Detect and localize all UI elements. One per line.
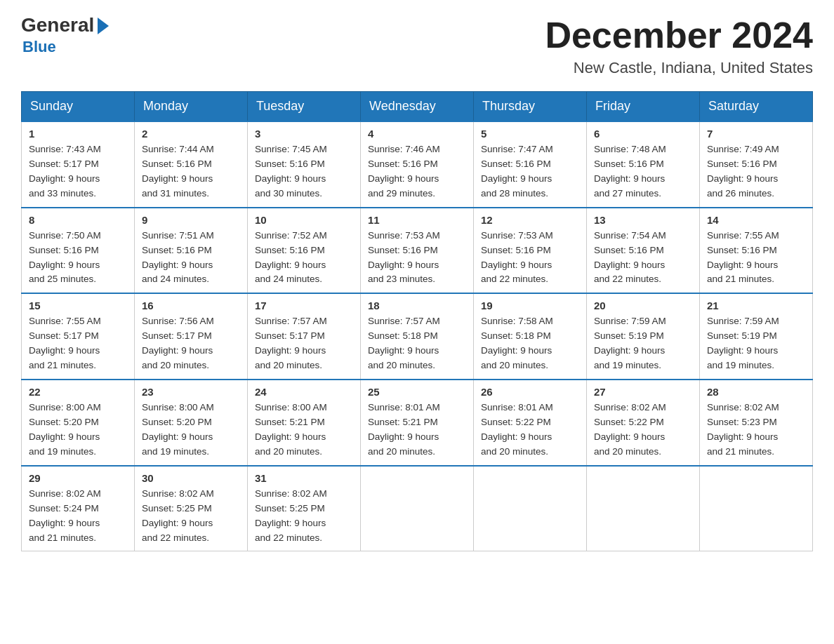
day-info: Sunrise: 7:49 AMSunset: 5:16 PMDaylight:… [707,144,779,199]
logo: General Blue [21,14,109,56]
weekday-header-wednesday: Wednesday [361,92,474,122]
day-info: Sunrise: 8:00 AMSunset: 5:20 PMDaylight:… [29,402,101,457]
day-number: 17 [255,300,353,311]
calendar-cell: 8 Sunrise: 7:50 AMSunset: 5:16 PMDayligh… [22,208,135,294]
calendar-cell: 30 Sunrise: 8:02 AMSunset: 5:25 PMDaylig… [135,466,248,551]
day-number: 6 [594,128,692,140]
weekday-header-friday: Friday [587,92,700,122]
day-number: 18 [368,300,466,311]
page-header: General Blue December 2024 New Castle, I… [21,14,813,77]
day-number: 15 [29,300,127,311]
day-info: Sunrise: 7:47 AMSunset: 5:16 PMDaylight:… [481,144,553,199]
calendar-cell: 7 Sunrise: 7:49 AMSunset: 5:16 PMDayligh… [700,121,813,208]
week-row-5: 29 Sunrise: 8:02 AMSunset: 5:24 PMDaylig… [22,466,813,551]
day-number: 10 [255,214,353,226]
day-number: 4 [368,128,466,140]
day-info: Sunrise: 7:57 AMSunset: 5:17 PMDaylight:… [255,316,327,370]
calendar-cell [700,466,813,551]
calendar-cell: 13 Sunrise: 7:54 AMSunset: 5:16 PMDaylig… [587,208,700,294]
day-number: 29 [29,472,127,484]
day-number: 27 [594,386,692,398]
day-number: 28 [707,386,805,398]
calendar-cell: 21 Sunrise: 7:59 AMSunset: 5:19 PMDaylig… [700,293,813,380]
day-info: Sunrise: 7:53 AMSunset: 5:16 PMDaylight:… [368,230,440,285]
day-info: Sunrise: 8:02 AMSunset: 5:25 PMDaylight:… [255,488,327,543]
calendar-cell: 23 Sunrise: 8:00 AMSunset: 5:20 PMDaylig… [135,380,248,466]
day-number: 1 [29,128,127,140]
calendar-cell: 27 Sunrise: 8:02 AMSunset: 5:22 PMDaylig… [587,380,700,466]
day-number: 23 [142,386,240,398]
day-info: Sunrise: 7:51 AMSunset: 5:16 PMDaylight:… [142,230,214,285]
day-number: 24 [255,386,353,398]
day-number: 22 [29,386,127,398]
calendar-cell [587,466,700,551]
day-number: 12 [481,214,579,226]
calendar-cell: 10 Sunrise: 7:52 AMSunset: 5:16 PMDaylig… [248,208,361,294]
day-number: 7 [707,128,805,140]
calendar-cell [361,466,474,551]
calendar-cell: 2 Sunrise: 7:44 AMSunset: 5:16 PMDayligh… [135,121,248,208]
calendar-cell: 1 Sunrise: 7:43 AMSunset: 5:17 PMDayligh… [22,121,135,208]
calendar-cell: 5 Sunrise: 7:47 AMSunset: 5:16 PMDayligh… [474,121,587,208]
day-number: 30 [142,472,240,484]
calendar-cell: 28 Sunrise: 8:02 AMSunset: 5:23 PMDaylig… [700,380,813,466]
calendar-cell: 17 Sunrise: 7:57 AMSunset: 5:17 PMDaylig… [248,293,361,380]
day-info: Sunrise: 7:55 AMSunset: 5:17 PMDaylight:… [29,316,101,370]
weekday-header-sunday: Sunday [22,92,135,122]
day-info: Sunrise: 7:59 AMSunset: 5:19 PMDaylight:… [707,316,779,370]
calendar-cell: 14 Sunrise: 7:55 AMSunset: 5:16 PMDaylig… [700,208,813,294]
calendar-cell: 16 Sunrise: 7:56 AMSunset: 5:17 PMDaylig… [135,293,248,380]
day-info: Sunrise: 7:54 AMSunset: 5:16 PMDaylight:… [594,230,666,285]
calendar-cell: 26 Sunrise: 8:01 AMSunset: 5:22 PMDaylig… [474,380,587,466]
calendar-cell: 6 Sunrise: 7:48 AMSunset: 5:16 PMDayligh… [587,121,700,208]
day-info: Sunrise: 7:57 AMSunset: 5:18 PMDaylight:… [368,316,440,370]
day-info: Sunrise: 8:01 AMSunset: 5:22 PMDaylight:… [481,402,553,457]
calendar-cell: 11 Sunrise: 7:53 AMSunset: 5:16 PMDaylig… [361,208,474,294]
calendar-cell: 12 Sunrise: 7:53 AMSunset: 5:16 PMDaylig… [474,208,587,294]
weekday-header-saturday: Saturday [700,92,813,122]
day-number: 8 [29,214,127,226]
day-number: 13 [594,214,692,226]
week-row-4: 22 Sunrise: 8:00 AMSunset: 5:20 PMDaylig… [22,380,813,466]
calendar-cell: 24 Sunrise: 8:00 AMSunset: 5:21 PMDaylig… [248,380,361,466]
calendar-cell: 3 Sunrise: 7:45 AMSunset: 5:16 PMDayligh… [248,121,361,208]
calendar-cell: 18 Sunrise: 7:57 AMSunset: 5:18 PMDaylig… [361,293,474,380]
logo-blue-text: Blue [22,38,56,56]
calendar-cell [474,466,587,551]
day-number: 31 [255,472,353,484]
day-number: 2 [142,128,240,140]
day-info: Sunrise: 7:55 AMSunset: 5:16 PMDaylight:… [707,230,779,285]
weekday-header-thursday: Thursday [474,92,587,122]
calendar-cell: 22 Sunrise: 8:00 AMSunset: 5:20 PMDaylig… [22,380,135,466]
day-info: Sunrise: 7:44 AMSunset: 5:16 PMDaylight:… [142,144,214,199]
calendar-cell: 4 Sunrise: 7:46 AMSunset: 5:16 PMDayligh… [361,121,474,208]
weekday-header-monday: Monday [135,92,248,122]
day-info: Sunrise: 7:59 AMSunset: 5:19 PMDaylight:… [594,316,666,370]
calendar-cell: 15 Sunrise: 7:55 AMSunset: 5:17 PMDaylig… [22,293,135,380]
day-number: 21 [707,300,805,311]
day-info: Sunrise: 7:46 AMSunset: 5:16 PMDaylight:… [368,144,440,199]
month-title: December 2024 [545,14,813,56]
week-row-3: 15 Sunrise: 7:55 AMSunset: 5:17 PMDaylig… [22,293,813,380]
calendar-cell: 20 Sunrise: 7:59 AMSunset: 5:19 PMDaylig… [587,293,700,380]
day-info: Sunrise: 8:02 AMSunset: 5:22 PMDaylight:… [594,402,666,457]
day-info: Sunrise: 8:01 AMSunset: 5:21 PMDaylight:… [368,402,440,457]
day-info: Sunrise: 7:53 AMSunset: 5:16 PMDaylight:… [481,230,553,285]
calendar-cell: 31 Sunrise: 8:02 AMSunset: 5:25 PMDaylig… [248,466,361,551]
day-info: Sunrise: 7:52 AMSunset: 5:16 PMDaylight:… [255,230,327,285]
calendar-cell: 25 Sunrise: 8:01 AMSunset: 5:21 PMDaylig… [361,380,474,466]
day-number: 3 [255,128,353,140]
day-number: 5 [481,128,579,140]
day-number: 26 [481,386,579,398]
weekday-header-row: SundayMondayTuesdayWednesdayThursdayFrid… [22,92,813,122]
week-row-1: 1 Sunrise: 7:43 AMSunset: 5:17 PMDayligh… [22,121,813,208]
day-info: Sunrise: 7:45 AMSunset: 5:16 PMDaylight:… [255,144,327,199]
day-number: 19 [481,300,579,311]
day-info: Sunrise: 8:00 AMSunset: 5:21 PMDaylight:… [255,402,327,457]
day-info: Sunrise: 8:02 AMSunset: 5:23 PMDaylight:… [707,402,779,457]
logo-blue-part [94,16,109,34]
calendar-cell: 19 Sunrise: 7:58 AMSunset: 5:18 PMDaylig… [474,293,587,380]
day-info: Sunrise: 7:48 AMSunset: 5:16 PMDaylight:… [594,144,666,199]
day-info: Sunrise: 7:50 AMSunset: 5:16 PMDaylight:… [29,230,101,285]
day-info: Sunrise: 7:43 AMSunset: 5:17 PMDaylight:… [29,144,101,199]
